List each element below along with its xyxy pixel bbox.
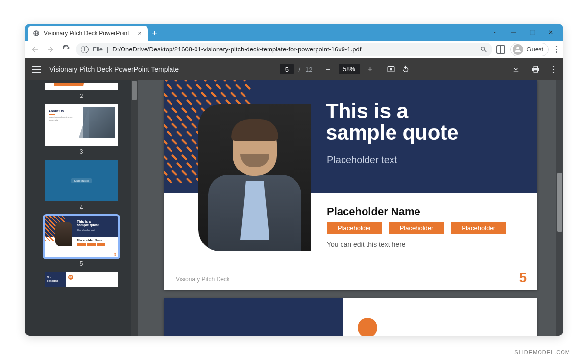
reload-button[interactable] [60,44,72,55]
thumbnail-page-6[interactable]: Our Timeline 01 [45,272,118,287]
fit-page-button[interactable] [386,64,396,74]
thumbnail-page-5[interactable]: This is a sample quote Placeholder text … [45,216,118,257]
side-panel-button[interactable] [496,45,505,54]
profile-label: Guest [526,46,543,53]
browser-window: Visionary Pitch Deck PowerPoint + i File… [25,24,563,336]
zoom-out-button[interactable]: − [323,64,334,74]
rotate-button[interactable] [401,64,411,74]
pdf-page-5: This is a sample quote Placeholder text … [164,80,537,290]
profile-button[interactable]: Guest [510,43,549,56]
window-controls [483,24,563,41]
hamburger-menu-button[interactable] [32,66,41,73]
site-info-icon[interactable]: i [81,46,89,53]
tab-close-button[interactable] [136,30,143,37]
page-number-input[interactable] [280,64,294,74]
pdf-menu-button[interactable] [551,66,556,73]
page-separator: / [298,66,300,73]
avatar-icon [513,44,523,55]
pdf-viewer: 2 About UsLorem ipsum dolor sit amet con… [25,80,563,336]
globe-icon [33,30,40,37]
pdf-toolbar: Visionary Pitch Deck PowerPoint Template… [25,58,563,80]
thumbnail-number-4: 4 [80,204,83,211]
forward-button[interactable] [45,44,56,55]
page-scrollbar-handle[interactable] [557,173,562,232]
chevron-down-icon[interactable] [491,29,498,36]
zoom-in-button[interactable]: + [365,64,376,74]
svg-rect-0 [511,32,516,33]
pdf-page-6 [164,298,537,336]
thumbnail-panel: 2 About UsLorem ipsum dolor sit amet con… [25,80,138,336]
new-tab-button[interactable]: + [148,26,162,41]
svg-rect-1 [530,30,535,35]
file-scheme-label: File [93,46,103,53]
thumbnail-scrollbar[interactable] [131,80,138,336]
download-button[interactable] [512,65,520,73]
watermark: SLIDEMODEL.COM [514,349,570,355]
close-window-button[interactable] [547,29,554,36]
svg-rect-3 [390,68,392,71]
thumbnail-page-2[interactable] [45,83,118,90]
page-total: 12 [305,66,312,73]
page-scrollbar[interactable] [556,80,563,336]
thumbnail-number-3: 3 [80,148,83,155]
pdf-document-title: Visionary Pitch Deck PowerPoint Template [49,65,179,73]
quote-text: This is a sample quote [326,100,459,144]
url-path: D:/OneDrive/Desktop/21608-01-visionary-p… [112,46,361,53]
window-titlebar: Visionary Pitch Deck PowerPoint + [25,24,563,41]
back-button[interactable] [29,44,41,55]
minimize-button[interactable] [510,29,517,36]
thumbnail-page-3[interactable]: About UsLorem ipsum dolor sit amet conse… [45,104,118,146]
tag-1: Placeholder [327,222,382,234]
search-icon[interactable] [480,46,488,53]
thumbnail-number-5: 5 [80,260,83,267]
thumbnail-scrollbar-handle[interactable] [132,81,137,100]
person-photo [198,104,311,251]
tag-2: Placeholder [389,222,444,234]
thumbnail-number-2: 2 [80,93,83,99]
deck-label: Visionary Pitch Deck [176,276,230,283]
browser-tab[interactable]: Visionary Pitch Deck PowerPoint [28,26,148,41]
slide-page-number: 5 [519,270,527,286]
maximize-button[interactable] [529,29,536,36]
tag-3: Placeholder [451,222,506,234]
print-button[interactable] [531,65,540,73]
thumbnail-page-4[interactable]: SlideModel [45,160,118,201]
quote-subtitle: Placeholder text [327,154,397,166]
tab-title: Visionary Pitch Deck PowerPoint [44,30,129,37]
tag-row: Placeholder Placeholder Placeholder [327,222,506,234]
browser-menu-button[interactable] [554,46,559,53]
edit-hint: You can edit this text here [327,241,406,248]
address-bar: i File | D:/OneDrive/Desktop/21608-01-vi… [25,41,563,58]
zoom-level-input[interactable] [339,64,360,74]
page-area[interactable]: This is a sample quote Placeholder text … [138,80,563,336]
omnibox[interactable]: i File | D:/OneDrive/Desktop/21608-01-vi… [76,43,492,56]
person-name: Placeholder Name [327,205,420,218]
